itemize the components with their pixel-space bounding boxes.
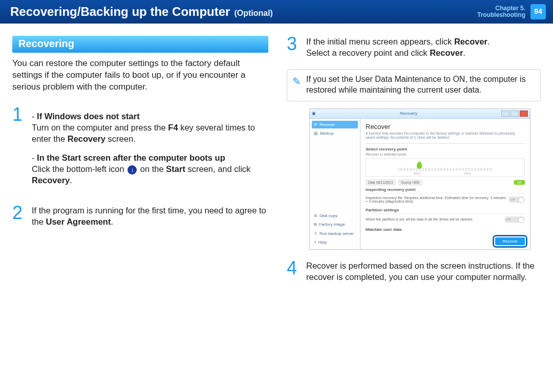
step-3: 3 If the initial menu screen appears, cl… bbox=[287, 36, 541, 59]
screenshot-main: Recover A function that recovers the com… bbox=[360, 119, 530, 249]
step-1: 1 If Windows does not start Turn on the … bbox=[12, 106, 268, 194]
left-column: Recovering You can restore the computer … bbox=[12, 36, 268, 293]
chapter-indicator: Chapter 5. Troubleshooting 94 bbox=[477, 4, 546, 19]
factory-icon: ⧉ bbox=[314, 222, 317, 227]
recover-button[interactable]: Recover bbox=[495, 237, 525, 245]
step-number-4: 4 bbox=[287, 260, 300, 283]
recovery-timeline[interactable]: 2013 2014 bbox=[366, 158, 525, 177]
close-icon[interactable] bbox=[520, 111, 528, 117]
disk-icon: ⊘ bbox=[314, 213, 317, 218]
step1-sub-b: In the Start screen after the computer b… bbox=[32, 152, 268, 186]
page-number-badge: 94 bbox=[530, 4, 546, 19]
note-text: If you set the User Data Maintenance to … bbox=[306, 74, 534, 96]
inspect-label: Inspecting recovery point bbox=[366, 187, 525, 192]
recovery-app-screenshot: ▣ Recovery ⟳Recover ▤Backup ⊘Disk copy bbox=[309, 108, 530, 250]
recover-icon: ⟳ bbox=[314, 122, 317, 127]
step-2: 2 If the program is running for the firs… bbox=[12, 205, 268, 228]
sidebar-item-help[interactable]: ?Help bbox=[312, 238, 358, 246]
intro-paragraph: You can restore the computer settings to… bbox=[12, 58, 268, 93]
sidebar-item-diskcopy[interactable]: ⊘Disk copy bbox=[312, 212, 358, 220]
inspect-sub: Inspection recovery file. Requires addit… bbox=[366, 196, 508, 203]
partition-toggle[interactable]: OFFON bbox=[504, 216, 525, 223]
maximize-icon[interactable] bbox=[511, 111, 519, 117]
recovery-source: Source HDD bbox=[398, 180, 422, 185]
screenshot-sidebar: ⟳Recover ▤Backup ⊘Disk copy ⧉Factory ima… bbox=[310, 119, 360, 249]
partition-label: Partition settings bbox=[366, 208, 525, 212]
inspect-toggle[interactable]: OFFON bbox=[508, 197, 525, 203]
title-optional: (Optional) bbox=[234, 9, 273, 18]
maintain-label: Maintain user data bbox=[366, 227, 525, 232]
step1-sub-a: If Windows does not start Turn on the co… bbox=[32, 111, 268, 145]
window-titlebar: ▣ Recovery bbox=[310, 109, 530, 119]
partition-sub: When the partition is set, all the data … bbox=[366, 217, 473, 221]
header-bar: Recovering/Backing up the Computer (Opti… bbox=[0, 0, 553, 24]
minimize-icon[interactable] bbox=[501, 111, 509, 117]
down-arrow-circle-icon: ↓ bbox=[127, 165, 137, 175]
right-column: 3 If the initial menu screen appears, cl… bbox=[287, 36, 541, 293]
step-number-1: 1 bbox=[12, 106, 26, 194]
server-icon: ⇪ bbox=[314, 231, 317, 236]
select-recovery-sub: Recover to selected point bbox=[366, 153, 525, 156]
timeline-pin-icon[interactable] bbox=[417, 162, 422, 169]
page-title: Recovering/Backing up the Computer (Opti… bbox=[10, 5, 273, 19]
select-recovery-label: Select recovery point bbox=[366, 147, 525, 151]
section-heading-recovering: Recovering bbox=[12, 36, 268, 53]
sidebar-item-recover[interactable]: ⟳Recover bbox=[312, 121, 358, 128]
ok-badge: OK bbox=[514, 180, 525, 185]
window-title: Recovery bbox=[400, 111, 417, 116]
help-icon: ? bbox=[314, 240, 316, 245]
step-4: 4 Recover is performed based on the scre… bbox=[287, 260, 541, 283]
sidebar-item-backup[interactable]: ▤Backup bbox=[312, 129, 358, 137]
backup-icon: ▤ bbox=[314, 131, 318, 136]
screenshot-heading: Recover bbox=[366, 123, 525, 130]
step-number-3: 3 bbox=[287, 36, 300, 59]
content-columns: Recovering You can restore the computer … bbox=[0, 24, 553, 293]
sidebar-item-runbackup[interactable]: ⇪Run backup server bbox=[312, 230, 358, 237]
step-number-2: 2 bbox=[12, 205, 26, 228]
sidebar-item-factoryimage[interactable]: ⧉Factory image bbox=[312, 221, 358, 229]
step4-text: Recover is performed based on the screen… bbox=[306, 260, 541, 283]
titlebar-left-icon: ▣ bbox=[312, 111, 316, 116]
note-box: ✎ If you set the User Data Maintenance t… bbox=[287, 69, 541, 101]
recovery-date: Date 08/11/2013 bbox=[366, 180, 395, 185]
title-main: Recovering/Backing up the Computer bbox=[10, 5, 230, 19]
chapter-line2: Troubleshooting bbox=[477, 12, 525, 18]
note-icon: ✎ bbox=[292, 75, 301, 96]
screenshot-desc: A function that recovers the computer to… bbox=[366, 132, 525, 144]
